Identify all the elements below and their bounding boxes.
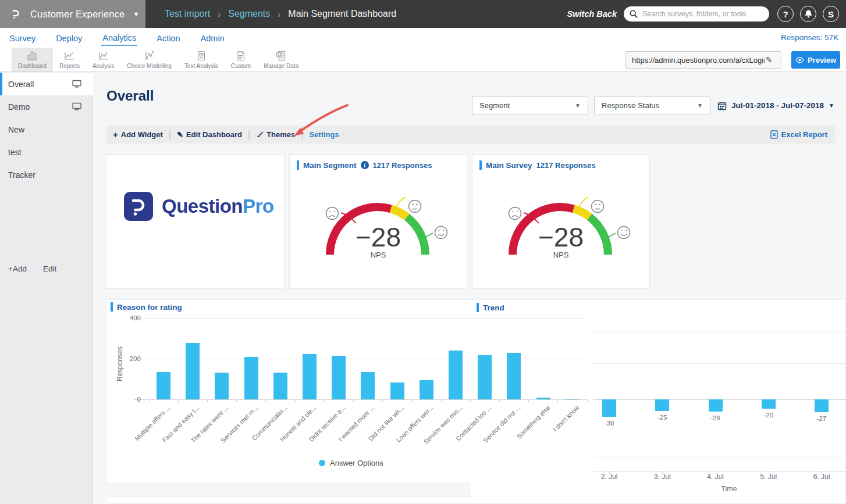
chevron-down-icon: ▼ [575,102,581,109]
bell-icon [804,9,813,19]
url-input[interactable] [632,56,765,65]
legend-label: Answer Options [330,459,383,467]
date-range-picker[interactable]: Jul-01-2018 - Jul-07-2018 ▼ [717,96,834,115]
global-search[interactable] [624,6,769,22]
avatar-initial: S [828,9,834,19]
edit-dashboard-button[interactable]: ✎ Edit Dashboard [177,130,242,139]
tab-analysis[interactable]: Analysis [86,48,120,72]
widget-title: Reason for rating [117,303,182,312]
nav-item-deploy[interactable]: Deploy [55,30,83,45]
nps-gauge-widget-main-segment: −28 NPS Main Segment i 1217 Responses [289,154,467,289]
reason-chart-title-row: Reason for rating [111,302,182,312]
tab-dashboard[interactable]: Dashboard [12,48,53,72]
nav-item-action[interactable]: Action [155,30,181,45]
sidebar-item-demo[interactable]: Demo [0,95,93,118]
y-axis-title: Responses [116,346,124,381]
charts-panel [106,299,846,504]
user-avatar[interactable]: S [823,6,839,22]
breadcrumb: Test import › Segments › Main Segment Da… [165,0,396,28]
happy-smiley-icon [435,227,447,239]
neutral-smiley-icon [592,201,604,213]
questionpro-wordmark: QuestionPro [162,195,274,217]
reports-icon [63,49,76,62]
y-tick-label: 200 [123,355,141,362]
annotation-arrow [278,98,360,144]
breadcrumb-link[interactable]: Segments [228,9,270,19]
nps-gauge-widget-main-survey: −28 NPS Main Survey 1217 Responses [472,154,650,289]
widget-title: Main Segment [303,161,357,170]
add-widget-button[interactable]: + Add Widget [113,130,163,140]
x-axis-line [593,471,846,471]
question-mark-icon: ? [783,9,788,19]
gridline [593,457,846,457]
happy-smiley-icon [618,227,630,239]
monitor-icon [72,80,81,88]
sidebar-item-overall[interactable]: Overall [0,73,93,95]
nps-gauge: −28 NPS [290,155,468,289]
preview-button[interactable]: Preview [791,51,840,69]
nav-item-admin[interactable]: Admin [200,30,226,45]
product-switcher[interactable]: Customer Experience ▼ [0,0,145,28]
segment-dropdown[interactable]: Segment ▼ [472,96,588,115]
card-gap [106,482,471,498]
edit-dashboard-link[interactable]: Edit [43,264,56,273]
app-window: Customer Experience ▼ Test import › Segm… [0,0,846,504]
sidebar-item-tracker[interactable]: Tracker [0,163,93,186]
nps-gauge: −28 NPS [472,155,651,289]
excel-icon [770,130,778,139]
switch-back-link[interactable]: Switch Back [567,0,617,28]
pencil-icon: ✎ [177,130,183,139]
notifications-button[interactable] [800,6,816,22]
page-title: Overall [106,88,154,104]
search-input[interactable] [642,10,756,18]
response-status-dropdown[interactable]: Response Status ▼ [594,96,710,115]
neutral-smiley-icon [409,201,421,213]
trend-chart-title-row: Trend [477,303,504,312]
widget-responses-count: 1217 Responses [373,161,432,170]
zero-line [593,399,846,400]
nav-item-survey[interactable]: Survey [8,30,37,45]
info-icon[interactable]: i [361,161,369,169]
tab-text-analysis[interactable]: Text Analysis [178,48,225,72]
add-dashboard-link[interactable]: +Add [8,264,27,273]
custom-icon [234,49,247,62]
chevron-down-icon: ▼ [829,102,834,109]
tab-reports[interactable]: Reports [53,48,86,72]
sidebar-item-new[interactable]: New [0,118,93,141]
search-icon [629,9,638,19]
excel-report-link[interactable]: Excel Report [770,126,827,144]
tab-manage-data[interactable]: Manage Data [257,48,305,72]
manage-data-icon [275,49,287,62]
gridline [593,363,846,364]
breadcrumb-link[interactable]: Test import [165,9,210,19]
analysis-icon [97,49,110,62]
eye-icon [795,57,804,63]
gridline [134,318,588,319]
x-axis-line [134,399,588,400]
chevron-down-icon: ▼ [133,10,139,17]
edit-url-pencil-icon[interactable]: ✎ [766,55,773,65]
sad-smiley-icon [509,208,521,220]
tab-choice-modelling[interactable]: Choice Modelling [120,48,178,72]
calendar-icon [717,101,727,110]
choice-modelling-icon [143,49,156,62]
y-tick-label: 0 [123,396,141,403]
text-analysis-icon [195,49,208,62]
y-tick-label: 400 [123,314,141,321]
tab-custom[interactable]: Custom [225,48,257,72]
breadcrumb-current: Main Segment Dashboard [288,9,396,19]
dashboard-icon [26,49,38,62]
breadcrumb-separator: › [218,9,221,19]
sidebar-item-test[interactable]: test [0,141,93,163]
chart-legend[interactable]: Answer Options [319,459,383,467]
widget-title: Trend [483,303,504,312]
nav-item-analytics[interactable]: Analytics [101,30,137,46]
legend-marker [319,460,325,466]
nps-value: −28 [538,222,584,252]
help-button[interactable]: ? [777,6,794,22]
responses-count[interactable]: Responses: 57K [781,28,838,48]
nps-value: −28 [356,222,401,252]
x-axis-title: Time [700,485,758,493]
dashboard-url-field[interactable]: ✎ [625,51,781,69]
gridline [593,332,846,333]
